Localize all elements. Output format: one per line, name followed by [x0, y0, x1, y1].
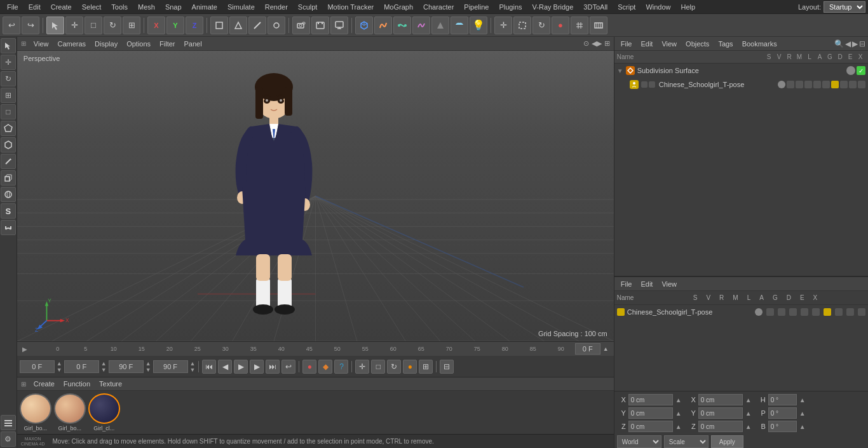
- rotate-keys-button[interactable]: ↻: [387, 360, 401, 374]
- obj-menu-view[interactable]: View: [658, 39, 681, 49]
- material-item-2[interactable]: Girl_cl...: [88, 393, 120, 431]
- z-axis-button[interactable]: Z: [186, 17, 203, 34]
- select-tool-button[interactable]: [46, 17, 64, 34]
- ac-4[interactable]: [789, 308, 797, 316]
- viewport-icon-1[interactable]: ⊙: [583, 39, 589, 48]
- goto-end-button[interactable]: ⏭: [266, 360, 280, 374]
- timeline-ruler[interactable]: ▶ 0 5 10 15 20 25 30 35 40 45 50 55 60 6…: [17, 342, 614, 356]
- vp-menu-cameras[interactable]: Cameras: [53, 39, 90, 49]
- vp-menu-options[interactable]: Options: [123, 39, 154, 49]
- ac-6[interactable]: [812, 308, 820, 316]
- current-frame-input[interactable]: [575, 343, 600, 355]
- next-frame-button[interactable]: ▶: [250, 360, 264, 374]
- sg-ctrl-3[interactable]: [796, 81, 803, 88]
- box-select-button[interactable]: [513, 17, 531, 34]
- coord-h-arrow[interactable]: ▲: [799, 397, 806, 404]
- menu-window[interactable]: Window: [641, 2, 675, 12]
- sidebar-rotate-tool[interactable]: ↻: [1, 71, 16, 86]
- coord-h-input[interactable]: [768, 394, 797, 405]
- sidebar-select-tool[interactable]: [1, 38, 16, 53]
- play-button[interactable]: ▶: [234, 360, 248, 374]
- sg-tag[interactable]: [831, 81, 839, 88]
- layout-dropdown[interactable]: Startup: [824, 1, 865, 13]
- preview-end2-stepper[interactable]: ▲▼: [190, 360, 196, 373]
- goto-start-button[interactable]: ⏮: [202, 360, 216, 374]
- sidebar-box-tool[interactable]: □: [1, 104, 16, 119]
- menu-pipeline[interactable]: Pipeline: [459, 2, 493, 12]
- sg-ctrl-9[interactable]: [858, 81, 865, 88]
- subdiv-ctrl-1[interactable]: [846, 66, 855, 75]
- obj-menu-bookmarks[interactable]: Bookmarks: [738, 39, 781, 49]
- viewport-icon-2[interactable]: ◀▶: [592, 39, 602, 48]
- obj-menu-edit[interactable]: Edit: [637, 39, 656, 49]
- preview-end2-input[interactable]: [153, 360, 188, 373]
- ac-7[interactable]: [835, 308, 843, 316]
- attr-row-schoolgirl[interactable]: Chinese_Schoolgirl_T-pose: [614, 305, 868, 319]
- ac-8[interactable]: [846, 308, 854, 316]
- timeline-options-button[interactable]: ⊟: [440, 360, 454, 374]
- move-tool-button[interactable]: ✛: [65, 17, 83, 34]
- keyframe-button[interactable]: ◆: [318, 360, 332, 374]
- mat-menu-texture[interactable]: Texture: [95, 379, 126, 389]
- attr-menu-edit[interactable]: Edit: [637, 279, 656, 289]
- scale-dropdown[interactable]: Scale: [664, 435, 709, 448]
- coord-y-arrow[interactable]: ▲: [675, 410, 682, 417]
- coord-z2-input[interactable]: [698, 421, 743, 432]
- x-axis-button[interactable]: X: [147, 17, 165, 34]
- menu-motion-tracker[interactable]: Motion Tracker: [323, 2, 378, 12]
- preview-end-input[interactable]: [109, 360, 144, 373]
- poly-mode-button[interactable]: [229, 17, 247, 34]
- frame-start-stepper[interactable]: ▲▼: [57, 360, 62, 373]
- vp-menu-display[interactable]: Display: [91, 39, 121, 49]
- cube-primitive-button[interactable]: [355, 17, 373, 34]
- menu-3dtoall[interactable]: 3DToAll: [579, 2, 612, 12]
- obj-settings-icon[interactable]: ⊟: [859, 39, 865, 48]
- undo-button[interactable]: ↩: [3, 17, 20, 34]
- obj-expand-icon[interactable]: ▶: [852, 39, 858, 48]
- attr-menu-file[interactable]: File: [617, 279, 636, 289]
- coord-y-input[interactable]: [628, 407, 673, 419]
- coord-b-input[interactable]: [768, 421, 797, 432]
- menu-edit[interactable]: Edit: [24, 2, 45, 12]
- edge-mode-button[interactable]: [248, 17, 266, 34]
- obj-row-expand[interactable]: ▼: [617, 67, 623, 74]
- menu-mesh[interactable]: Mesh: [133, 2, 159, 12]
- sidebar-magnet[interactable]: [1, 220, 16, 235]
- sidebar-extrude[interactable]: [1, 170, 16, 186]
- menu-script[interactable]: Script: [613, 2, 640, 12]
- record-anim-button[interactable]: ●: [403, 360, 417, 374]
- spline-button[interactable]: [374, 17, 392, 34]
- coord-b-arrow[interactable]: ▲: [799, 423, 806, 430]
- menu-sculpt[interactable]: Sculpt: [294, 2, 322, 12]
- render-view-button[interactable]: [292, 17, 310, 34]
- object-mode-button[interactable]: [210, 17, 228, 34]
- ac-1[interactable]: [755, 308, 763, 316]
- frame-end-prev-input[interactable]: [64, 360, 99, 373]
- obj-menu-file[interactable]: File: [617, 39, 636, 49]
- menu-render[interactable]: Render: [261, 2, 292, 12]
- rotate2-button[interactable]: ↻: [532, 17, 550, 34]
- world-dropdown[interactable]: World: [617, 435, 661, 448]
- light-button[interactable]: 💡: [470, 17, 487, 34]
- loop-button[interactable]: ↩: [281, 360, 295, 374]
- menu-create[interactable]: Create: [46, 2, 76, 12]
- menu-simulate[interactable]: Simulate: [223, 2, 259, 12]
- redo-button[interactable]: ↪: [22, 17, 39, 34]
- grid-button[interactable]: [571, 17, 588, 34]
- coord-y2-arrow[interactable]: ▲: [745, 410, 752, 417]
- ac-3[interactable]: [778, 308, 785, 316]
- deformer-button[interactable]: [412, 17, 430, 34]
- sky-button[interactable]: [451, 17, 468, 34]
- mat-menu-function[interactable]: Function: [60, 379, 94, 389]
- mat-menu-create[interactable]: Create: [30, 379, 58, 389]
- dope-sheet-button[interactable]: ⊞: [419, 360, 433, 374]
- prev-frame-button[interactable]: ◀: [218, 360, 232, 374]
- y-axis-button[interactable]: Y: [166, 17, 184, 34]
- render-button[interactable]: [330, 17, 348, 34]
- sidebar-poly-pen[interactable]: [1, 121, 16, 136]
- scale-tool-button[interactable]: □: [85, 17, 102, 34]
- obj-search-icon[interactable]: 🔍 ◀ ▶ ⊟: [834, 39, 865, 48]
- move-keys-button[interactable]: ✛: [355, 360, 369, 374]
- menu-file[interactable]: File: [3, 2, 23, 12]
- menu-animate[interactable]: Animate: [187, 2, 222, 12]
